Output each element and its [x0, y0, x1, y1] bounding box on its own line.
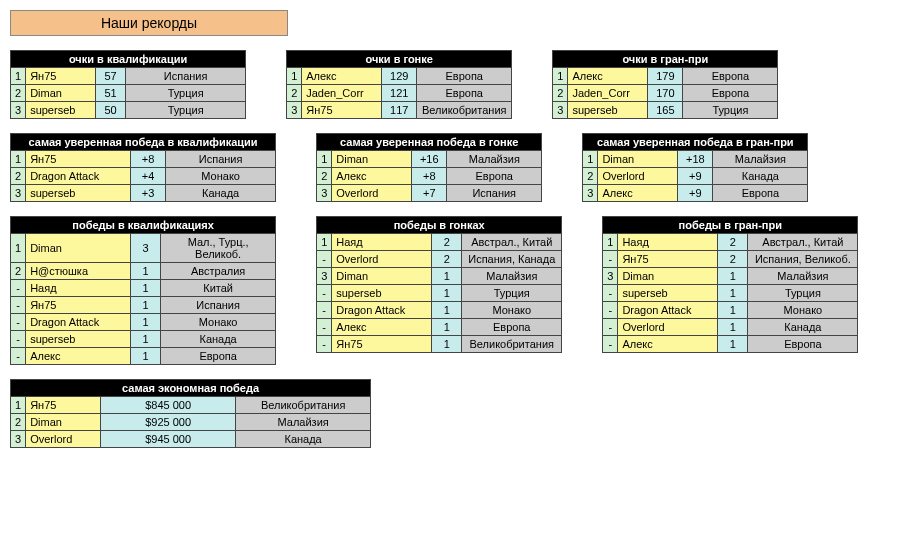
- table-row: 3Overlord$945 000Канада: [11, 431, 371, 448]
- table-title: победы в гран-при: [603, 217, 858, 234]
- rank-cell: 3: [287, 102, 302, 119]
- value-cell: 1: [131, 331, 161, 348]
- location-cell: Великобритания: [417, 102, 512, 119]
- table-row: 1Алекс179Европа: [553, 68, 778, 85]
- location-cell: Европа: [161, 348, 276, 365]
- rank-cell: 3: [317, 185, 332, 202]
- table-title: очки в гран-при: [553, 51, 778, 68]
- name-cell: superseb: [26, 102, 96, 119]
- location-cell: Австрал., Китай: [462, 234, 562, 251]
- name-cell: Алекс: [618, 336, 718, 353]
- location-cell: Мал., Турц., Великоб.: [161, 234, 276, 263]
- value-cell: 1: [718, 302, 748, 319]
- records-table: самая уверенная победа в гран-при1Diman+…: [582, 133, 808, 202]
- table-row: 1Ян75$845 000Великобритания: [11, 397, 371, 414]
- name-cell: Diman: [26, 85, 96, 102]
- name-cell: superseb: [332, 285, 432, 302]
- location-cell: Монако: [748, 302, 858, 319]
- value-cell: 121: [382, 85, 417, 102]
- name-cell: Overlord: [618, 319, 718, 336]
- value-cell: 1: [718, 319, 748, 336]
- value-cell: $945 000: [101, 431, 236, 448]
- table-row: 3Алекс+9Европа: [583, 185, 808, 202]
- name-cell: Dragon Attack: [26, 168, 131, 185]
- table-row: 2Diman$925 000Малайзия: [11, 414, 371, 431]
- location-cell: Европа: [683, 68, 778, 85]
- name-cell: Overlord: [26, 431, 101, 448]
- value-cell: 1: [131, 314, 161, 331]
- table-row: 1Ян75+8Испания: [11, 151, 276, 168]
- value-cell: 165: [648, 102, 683, 119]
- name-cell: Ян75: [26, 397, 101, 414]
- records-table: победы в гран-при1Наяд2Австрал., Китай-Я…: [602, 216, 858, 353]
- table-title: очки в квалификации: [11, 51, 246, 68]
- rank-cell: -: [11, 280, 26, 297]
- rank-cell: 3: [553, 102, 568, 119]
- location-cell: Испания: [447, 185, 542, 202]
- rank-cell: 1: [11, 68, 26, 85]
- value-cell: 1: [131, 348, 161, 365]
- rank-cell: 2: [317, 168, 332, 185]
- location-cell: Канада: [166, 185, 276, 202]
- table-title: очки в гонке: [287, 51, 512, 68]
- rank-cell: 2: [11, 414, 26, 431]
- location-cell: Канада: [748, 319, 858, 336]
- value-cell: 2: [432, 251, 462, 268]
- value-cell: 51: [96, 85, 126, 102]
- name-cell: Алекс: [302, 68, 382, 85]
- page-title: Наши рекорды: [10, 10, 288, 36]
- location-cell: Турция: [462, 285, 562, 302]
- rank-cell: -: [317, 319, 332, 336]
- rank-cell: -: [603, 285, 618, 302]
- name-cell: Jaden_Corr: [568, 85, 648, 102]
- table-row: -Overlord1Канада: [603, 319, 858, 336]
- location-cell: Малайзия: [462, 268, 562, 285]
- value-cell: 2: [718, 234, 748, 251]
- name-cell: Jaden_Corr: [302, 85, 382, 102]
- name-cell: superseb: [618, 285, 718, 302]
- rank-cell: -: [11, 297, 26, 314]
- value-cell: 1: [432, 319, 462, 336]
- table-row: -Dragon Attack1Монако: [603, 302, 858, 319]
- table-row: 2Jaden_Corr121Европа: [287, 85, 512, 102]
- value-cell: 129: [382, 68, 417, 85]
- rank-cell: 1: [603, 234, 618, 251]
- location-cell: Австралия: [161, 263, 276, 280]
- location-cell: Испания, Великоб.: [748, 251, 858, 268]
- rank-cell: 1: [583, 151, 598, 168]
- value-cell: 1: [131, 280, 161, 297]
- rank-cell: 2: [11, 85, 26, 102]
- rank-cell: 2: [553, 85, 568, 102]
- table-row: 2Overlord+9Канада: [583, 168, 808, 185]
- location-cell: Монако: [166, 168, 276, 185]
- rank-cell: -: [317, 336, 332, 353]
- value-cell: $845 000: [101, 397, 236, 414]
- value-cell: +18: [678, 151, 713, 168]
- records-table: очки в гонке1Алекс129Европа2Jaden_Corr12…: [286, 50, 512, 119]
- name-cell: Diman: [26, 414, 101, 431]
- value-cell: +7: [412, 185, 447, 202]
- table-row: 2Jaden_Corr170Европа: [553, 85, 778, 102]
- value-cell: $925 000: [101, 414, 236, 431]
- value-cell: 117: [382, 102, 417, 119]
- table-row: 1Ян7557Испания: [11, 68, 246, 85]
- name-cell: Алекс: [26, 348, 131, 365]
- rank-cell: 2: [287, 85, 302, 102]
- records-table: самая экономная победа1Ян75$845 000Велик…: [10, 379, 371, 448]
- location-cell: Малайзия: [748, 268, 858, 285]
- name-cell: Ян75: [26, 68, 96, 85]
- rank-cell: 3: [317, 268, 332, 285]
- rank-cell: 1: [317, 234, 332, 251]
- table-row: 1Алекс129Европа: [287, 68, 512, 85]
- table-row: 3Ян75117Великобритания: [287, 102, 512, 119]
- table-row: 3Diman1Малайзия: [603, 268, 858, 285]
- name-cell: Ян75: [332, 336, 432, 353]
- name-cell: Ян75: [618, 251, 718, 268]
- rank-cell: -: [11, 331, 26, 348]
- records-table: очки в гран-при1Алекс179Европа2Jaden_Cor…: [552, 50, 778, 119]
- value-cell: +8: [412, 168, 447, 185]
- name-cell: Dragon Attack: [332, 302, 432, 319]
- rank-cell: -: [317, 302, 332, 319]
- location-cell: Малайзия: [447, 151, 542, 168]
- rank-cell: 1: [317, 151, 332, 168]
